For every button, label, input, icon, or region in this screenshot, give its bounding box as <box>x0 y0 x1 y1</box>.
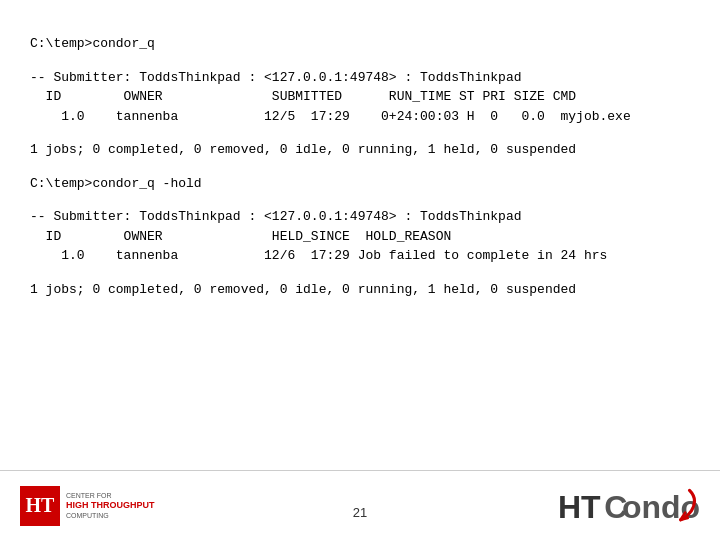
ht-logo-text: CENTER FOR HIGH THROUGHPUT COMPUTING <box>66 491 155 521</box>
page-number: 21 <box>353 505 367 520</box>
ht-box-icon: HT <box>20 486 60 526</box>
prompt-1: C:\temp>condor_q <box>30 34 690 54</box>
summary-2: 1 jobs; 0 completed, 0 removed, 0 idle, … <box>30 280 690 300</box>
computing-text: COMPUTING <box>66 511 155 520</box>
section2-line3: 1.0 tannenba 12/6 17:29 Job failed to co… <box>30 246 690 266</box>
summary-1: 1 jobs; 0 completed, 0 removed, 0 idle, … <box>30 140 690 160</box>
ht-logo: HT CENTER FOR HIGH THROUGHPUT COMPUTING <box>20 486 155 526</box>
prompt-2: C:\temp>condor_q -hold <box>30 174 690 194</box>
section1-line1: -- Submitter: ToddsThinkpad : <127.0.0.1… <box>30 68 690 88</box>
section1-line3: 1.0 tannenba 12/5 17:29 0+24:00:03 H 0 0… <box>30 107 690 127</box>
svg-text:ondor: ondor <box>622 488 700 524</box>
footer: HT CENTER FOR HIGH THROUGHPUT COMPUTING … <box>0 470 720 540</box>
section2-line2: ID OWNER HELD_SINCE HOLD_REASON <box>30 227 690 247</box>
high-throughput-text: HIGH THROUGHPUT <box>66 500 155 512</box>
center-for-text: CENTER FOR <box>66 491 155 500</box>
section2-line1: -- Submitter: ToddsThinkpad : <127.0.0.1… <box>30 207 690 227</box>
htcondor-logo: HT C ondor <box>558 486 700 526</box>
main-content: C:\temp>condor_q -- Submitter: ToddsThin… <box>0 0 720 299</box>
htcondor-logo-svg: HT C ondor <box>558 486 700 526</box>
svg-text:HT: HT <box>558 488 601 524</box>
section1-line2: ID OWNER SUBMITTED RUN_TIME ST PRI SIZE … <box>30 87 690 107</box>
